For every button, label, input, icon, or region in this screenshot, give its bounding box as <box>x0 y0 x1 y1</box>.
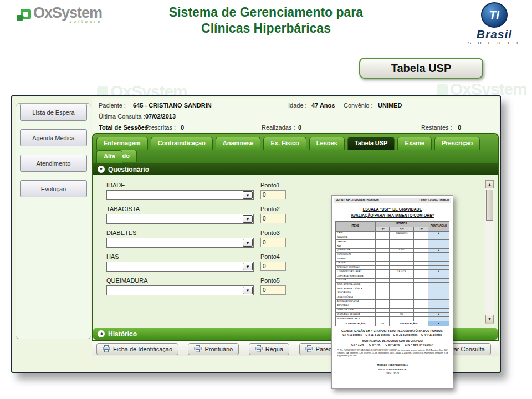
usp-table-row: IDADE 26 A 50 ANOS 2 <box>336 231 449 236</box>
usp-table-row: INSUF. ARTERIAL CRÔNICA <box>336 287 449 291</box>
print-button[interactable]: Régua <box>249 343 289 355</box>
col-3pt: 3 pt <box>414 227 428 231</box>
questionario-section-bar: ▼ Questionário <box>93 163 498 175</box>
ponto-label: Ponto2 <box>260 206 280 212</box>
ponto-input[interactable]: 0 <box>260 190 286 200</box>
toolbar-buttons: Ficha de Identificação Prontuário Régua … <box>96 343 372 355</box>
usp-table-row: INFECÇÃO / SECREÇÃO <box>336 265 449 270</box>
idade-value: 47 Anos <box>311 102 335 109</box>
pront-label: PRONT: <box>336 199 345 202</box>
brasil-soluti-sub: S O L U T I <box>463 40 525 45</box>
page-title-line1: Sistema de Gerenciamento para <box>127 4 405 21</box>
sidebar-button[interactable]: Atendimento <box>20 155 87 172</box>
sidebar-button[interactable]: Agenda Médica <box>20 129 87 146</box>
brasil-soluti-name: Brasil <box>463 28 525 40</box>
totalization-label: TOTALIZAÇÃO : <box>390 321 428 326</box>
usp-table-row: DIABETES <box>336 240 449 244</box>
col-pontos: PONTOS <box>375 222 428 227</box>
printer-icon <box>103 345 110 352</box>
usp-table-row: HAS <box>336 244 449 248</box>
report-header: PRONT: 645 - CRISTIANO SANDRIN CONV: 123… <box>334 198 451 203</box>
tab[interactable]: Ex. Físico <box>263 137 306 150</box>
idade-label: Idade : <box>288 102 307 109</box>
field-dropdown[interactable]: ▼ <box>106 262 254 272</box>
usp-table-row: PERÍNEO / MAMA / FACE <box>336 316 449 321</box>
field-dropdown[interactable]: ▼ <box>106 214 254 224</box>
ultima-consulta-label: Última Consulta : <box>99 113 145 120</box>
scrollbar-thumb[interactable] <box>486 190 493 221</box>
ponto-label: Ponto4 <box>260 253 280 260</box>
tab[interactable]: Contraindicação <box>151 137 213 150</box>
ponto-input[interactable]: 0 <box>260 214 286 223</box>
usp-table-row: CELULITE <box>336 278 449 283</box>
tab[interactable]: Lesões <box>309 137 345 150</box>
field-dropdown[interactable]: ▼ <box>106 190 254 200</box>
pront-value: 645 - CRISTIANO SANDRIN <box>346 199 378 202</box>
scroll-down-icon[interactable]: ▼ <box>485 315 494 323</box>
chevron-down-icon[interactable]: ▼ <box>243 287 253 294</box>
tab[interactable]: Prescrição <box>434 137 480 150</box>
sidebar-button[interactable]: Lista de Espera <box>20 104 87 121</box>
col-1pt: 1 pt <box>375 227 390 231</box>
prescritas-label: Prescritas : <box>145 124 176 131</box>
usp-table-row: CHOQUE <box>336 261 449 265</box>
printer-icon <box>305 345 313 352</box>
chevron-down-icon[interactable]: ▼ <box>243 191 253 199</box>
chevron-down-icon[interactable]: ▼ <box>243 215 253 223</box>
tab[interactable]: Enfermagem <box>96 137 148 150</box>
oxsystem-brand-text: OxSystem <box>33 6 102 21</box>
tabela-usp-badge[interactable]: Tabela USP <box>359 58 483 79</box>
report-footnote: (*) The "UNIVERSITY OF SÃO PAULO (USP) S… <box>337 349 448 357</box>
ponto-input[interactable]: 0 <box>260 262 286 271</box>
usp-table-row: + DIÂMETRO DA 1ª LESÃO 5 A 10 CM 2 <box>336 270 449 274</box>
vertical-scrollbar[interactable]: ▲ ▼ <box>485 180 494 324</box>
print-button[interactable]: Prontuário <box>188 343 239 355</box>
classification-block: CLASSIFICAÇÃO EM 4 GRUPOS ( I a IV) PELA… <box>332 329 453 336</box>
oxsystem-logo-icon <box>17 9 31 23</box>
convenio-label: Convênio : <box>344 102 373 109</box>
conv-label: CONV: <box>420 199 428 202</box>
realizadas-label: Realizadas : <box>262 124 295 131</box>
chevron-down-icon[interactable]: ▼ <box>243 239 253 247</box>
restantes-value: 0 <box>458 124 461 131</box>
mortality-block: MORTALIDADE DE ACORDO COM OS GRUPOS: G I… <box>332 340 453 346</box>
usp-table-row: QUEIMADURA < 30% 2 <box>336 248 449 253</box>
paciente-value: 645 - CRISTIANO SANDRIN <box>133 102 212 109</box>
printer-icon <box>255 345 263 352</box>
prescritas-value: 0 <box>181 124 184 131</box>
ponto-input[interactable]: 0 <box>260 285 286 295</box>
printer-icon <box>194 345 202 352</box>
usp-table-row: CREPITAÇÃO SUBCUTÂNEA <box>336 274 449 279</box>
paciente-label: Paciente : <box>99 102 126 109</box>
classification-value: G I <box>375 321 390 326</box>
classification-label: CLASSIFICAÇÃO : <box>336 321 376 326</box>
page-title-line2: Clínicas Hiperbáricas <box>127 21 405 37</box>
tab[interactable]: Anamnese <box>216 137 261 150</box>
sidebar-button[interactable]: Evolução <box>20 180 87 197</box>
col-itens: ITENS <box>336 222 376 232</box>
col-2pt: 2 pt <box>390 227 414 231</box>
field-dropdown[interactable]: ▼ <box>106 285 254 295</box>
chevron-down-icon[interactable]: ▼ <box>243 263 253 270</box>
report-title: ESCALA "USP" DE GRAVIDADE AVALIAÇÃO PARA… <box>332 207 453 218</box>
tab-bar: EnfermagemContraindicaçãoAnamneseEx. Fís… <box>93 134 498 163</box>
field-dropdown[interactable]: ▼ <box>106 238 254 248</box>
usp-table-row: DRENO DE TÓRAX <box>336 308 449 313</box>
total-sessoes-label: Total de Sessões: <box>99 124 150 131</box>
collapse-icon[interactable]: ▼ <box>98 166 105 173</box>
tab[interactable]: Tabela USP <box>347 137 395 150</box>
print-button[interactable]: Ficha de Identificação <box>96 343 178 355</box>
scroll-up-icon[interactable]: ▲ <box>485 180 494 188</box>
conv-value: 123456 - UNIMED <box>428 199 449 202</box>
tab[interactable]: Alta <box>96 150 122 163</box>
expand-icon[interactable]: ➜ <box>98 330 105 337</box>
totalization-value: 8 <box>428 321 449 326</box>
ponto-input[interactable]: 0 <box>260 238 286 247</box>
usp-table-row: VENTILAÇÃO MECÂNICA SIM 2 <box>336 313 449 317</box>
usp-table-row: INSUF. ARTERIAL AGUDA <box>336 283 449 287</box>
restantes-label: Restantes : <box>421 124 452 131</box>
usp-table-row: LESÃO CRÔNICA <box>336 295 449 300</box>
tab[interactable]: Exame <box>397 137 431 150</box>
page-title: Sistema de Gerenciamento para Clínicas H… <box>127 4 405 37</box>
ponto-label: Ponto3 <box>260 229 280 236</box>
